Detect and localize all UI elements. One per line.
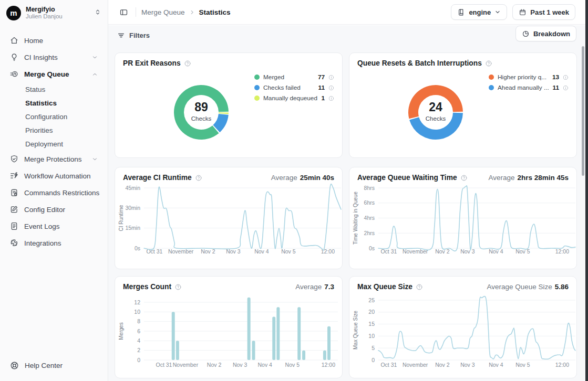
sidebar-item-workflow-automation[interactable]: Workflow Automation (5, 167, 102, 184)
y-tick-label: 25 (368, 297, 375, 303)
y-tick-label: 15min (125, 225, 140, 231)
sidebar-item-merge-queue[interactable]: Merge Queue (5, 66, 102, 82)
info-icon[interactable] (563, 75, 569, 80)
x-tick-label: Nov 2 (207, 362, 222, 368)
info-icon[interactable] (328, 75, 334, 80)
x-tick-label: Nov 5 (281, 248, 296, 255)
line-series (378, 186, 575, 251)
sidebar-item-deployment[interactable]: Deployment (5, 137, 102, 151)
sidebar-item-ci-insights[interactable]: CI Insights (5, 49, 102, 66)
document-icon (9, 221, 19, 231)
y-axis-label: Max Queue Size (353, 311, 358, 350)
x-tick-label: Nov 3 (233, 362, 247, 368)
bar[interactable] (272, 317, 275, 361)
sidebar-item-label: Merge Queue (24, 70, 86, 78)
legend: Higher priority q...13Ahead manually ...… (489, 72, 569, 93)
lifebuoy-icon (9, 361, 19, 371)
breakdown-label: Breakdown (533, 30, 570, 38)
bar[interactable] (323, 351, 326, 360)
legend-row-higher-priority-q-[interactable]: Higher priority q...13 (489, 72, 569, 82)
bar[interactable] (176, 341, 179, 360)
sidebar-item-label: CI Insights (24, 54, 86, 61)
stats-cards-grid: PR Exit Reasons89ChecksMerged77Checks fa… (108, 46, 588, 381)
x-tick-label: November (403, 362, 428, 368)
vertical-scrollbar[interactable] (582, 46, 584, 176)
info-icon[interactable] (563, 85, 569, 91)
legend-row-manually-dequeued[interactable]: Manually dequeued1 (254, 93, 334, 103)
calendar-icon (519, 8, 527, 16)
sidebar-item-label: Home (24, 37, 98, 45)
repository-selector[interactable]: engine (451, 4, 507, 20)
bar[interactable] (252, 341, 255, 360)
sidebar-toggle-button[interactable] (117, 5, 130, 19)
line-chart: 0s15min30min45minOct 31NovemberNov 2Nov … (115, 167, 343, 269)
bar[interactable] (172, 312, 175, 360)
account-switcher[interactable]: m Mergifyio Julien Danjou (0, 0, 108, 25)
sidebar-item-commands-restrictions[interactable]: Commands Restrictions (5, 184, 102, 201)
bar[interactable] (276, 307, 280, 360)
mergify-logo: m (6, 6, 21, 20)
legend-label: Manually dequeued (263, 94, 317, 102)
chevron-up-icon (91, 71, 98, 78)
y-tick-label: 8 (137, 318, 140, 324)
sidebar-item-home[interactable]: Home (5, 32, 102, 49)
sidebar: m Mergifyio Julien Danjou HomeCI Insight… (0, 0, 108, 381)
filter-icon (117, 31, 125, 39)
card-pr-exit-reasons: PR Exit Reasons89ChecksMerged77Checks fa… (115, 52, 343, 158)
bar[interactable] (247, 298, 251, 360)
x-tick-label: Oct 31 (156, 362, 172, 368)
sidebar-item-help-center[interactable]: Help Center (5, 357, 67, 374)
card-title: PR Exit Reasons (123, 59, 191, 67)
bar[interactable] (302, 351, 305, 360)
x-tick-label: Oct 31 (380, 362, 397, 368)
breadcrumb-merge-queue[interactable]: Merge Queue (141, 8, 185, 16)
bar[interactable] (327, 326, 331, 360)
breakdown-button[interactable]: Breakdown (515, 26, 576, 41)
legend-value: 11 (553, 84, 559, 91)
y-tick-label: 10 (368, 333, 375, 339)
donut-center-label: Checks (191, 115, 212, 122)
info-icon[interactable] (328, 96, 334, 101)
shield-icon (9, 154, 19, 164)
legend-color-dot (254, 96, 260, 101)
info-icon[interactable] (328, 85, 334, 91)
help-center-label: Help Center (25, 362, 63, 369)
y-tick-label: 4 (137, 337, 140, 344)
y-tick-label: 5 (372, 345, 375, 351)
sidebar-item-statistics[interactable]: Statistics (5, 96, 102, 110)
filters-button[interactable]: Filters (112, 28, 154, 43)
help-icon[interactable] (184, 60, 191, 67)
legend-value: 77 (318, 73, 325, 81)
line-series (144, 184, 341, 250)
sidebar-item-integrations[interactable]: Integrations (5, 235, 102, 251)
org-user: Julien Danjou (26, 13, 89, 20)
legend-row-ahead-manually-[interactable]: Ahead manually ...11 (489, 82, 569, 93)
card-ci-runtime: Average CI RuntimeAverage25min 40s0s15mi… (115, 167, 343, 269)
help-icon[interactable] (485, 60, 492, 67)
sidebar-item-configuration[interactable]: Configuration (5, 110, 102, 123)
sidebar-item-priorities[interactable]: Priorities (5, 123, 102, 137)
donut-chart: 89Checks (170, 81, 233, 144)
line-series (378, 297, 575, 359)
home-icon (9, 36, 19, 45)
y-tick-label: 15 (368, 321, 375, 327)
merge-queue-icon (9, 69, 19, 79)
legend-value: 1 (321, 94, 325, 102)
sidebar-item-status[interactable]: Status (5, 82, 102, 96)
legend-row-merged[interactable]: Merged77 (254, 72, 334, 82)
sidebar-item-merge-protections[interactable]: Merge Protections (5, 151, 102, 167)
y-tick-label: 30min (125, 205, 140, 211)
legend-label: Ahead manually ... (498, 84, 549, 91)
bar[interactable] (297, 307, 301, 360)
sidebar-item-label: Workflow Automation (24, 172, 98, 180)
date-range-button[interactable]: Past 1 week (512, 4, 575, 20)
y-tick-label: 0 (372, 357, 375, 363)
sidebar-item-event-logs[interactable]: Event Logs (5, 218, 102, 235)
x-tick-label: 12:00 (555, 248, 569, 255)
donut-segment-manually-dequeued[interactable] (219, 112, 229, 114)
sidebar-item-config-editor[interactable]: Config Editor (5, 201, 102, 218)
legend-label: Checks failed (263, 84, 315, 91)
legend-row-checks-failed[interactable]: Checks failed11 (254, 82, 334, 93)
y-tick-label: 20 (368, 309, 375, 315)
toolbar: Filters Breakdown (108, 25, 588, 46)
